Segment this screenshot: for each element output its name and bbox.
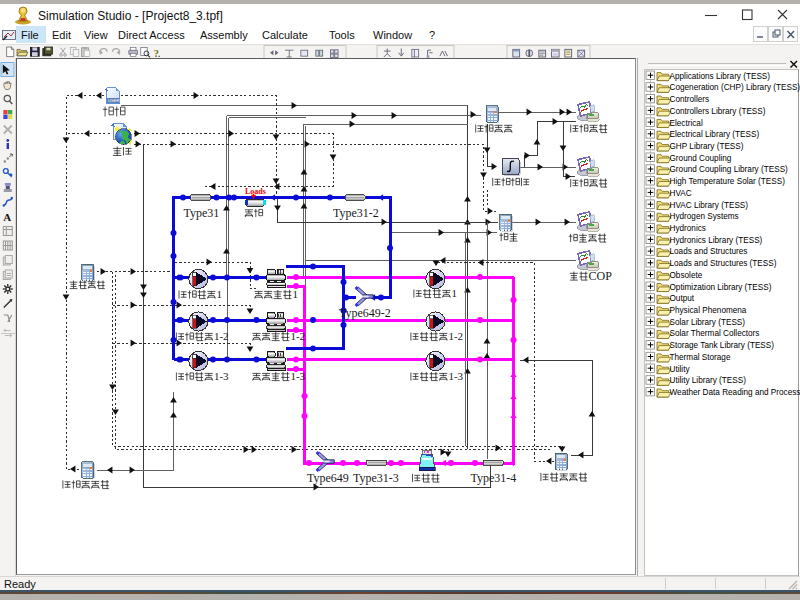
svg-text:COP: COP	[589, 269, 613, 283]
svg-text:GHP Library (TESS): GHP Library (TESS)	[670, 142, 744, 151]
svg-text:Output: Output	[670, 294, 695, 303]
svg-text:Type31-3: Type31-3	[353, 471, 399, 485]
svg-text:Electrical Library (TESS): Electrical Library (TESS)	[670, 130, 760, 139]
svg-text:Type31-2: Type31-2	[333, 206, 379, 220]
svg-text:Controllers Library (TESS): Controllers Library (TESS)	[670, 107, 766, 116]
svg-text:HVAC Library (TESS): HVAC Library (TESS)	[670, 201, 749, 210]
svg-text:Loads: Loads	[245, 187, 266, 196]
svg-text:Physical Phenomena: Physical Phenomena	[670, 306, 747, 315]
svg-text:Type31-4: Type31-4	[471, 471, 517, 485]
svg-text:1-3: 1-3	[448, 370, 463, 382]
svg-text:USER: USER	[108, 98, 120, 103]
svg-text:Controllers: Controllers	[670, 95, 710, 104]
svg-text:Hydronics: Hydronics	[670, 224, 706, 233]
svg-text:Ground Coupling: Ground Coupling	[670, 154, 732, 163]
svg-text:1: 1	[452, 287, 458, 299]
svg-text:Optimization Library (TESS): Optimization Library (TESS)	[670, 283, 772, 292]
svg-text:HVAC: HVAC	[670, 189, 692, 198]
svg-text:Storage Tank Library (TESS): Storage Tank Library (TESS)	[670, 341, 775, 350]
svg-text:Loads and Structures (TESS): Loads and Structures (TESS)	[670, 259, 777, 268]
svg-text:Type649-2: Type649-2	[339, 306, 391, 320]
svg-text:1: 1	[216, 288, 222, 300]
svg-text:Obsolete: Obsolete	[670, 271, 703, 280]
svg-text:Applications Library (TESS): Applications Library (TESS)	[670, 72, 771, 81]
svg-text:1: 1	[293, 288, 299, 300]
svg-text:Thermal Storage: Thermal Storage	[670, 353, 731, 362]
svg-text:1-2: 1-2	[214, 330, 229, 342]
svg-text:Electrical: Electrical	[670, 119, 703, 128]
svg-text:Utility: Utility	[670, 365, 691, 374]
svg-text:Hydronics Library (TESS): Hydronics Library (TESS)	[670, 236, 763, 245]
svg-text:Type31: Type31	[184, 206, 220, 220]
svg-text:1-2: 1-2	[290, 330, 305, 342]
svg-text:Solar Library (TESS): Solar Library (TESS)	[670, 318, 746, 327]
svg-text:Solar Thermal Collectors: Solar Thermal Collectors	[670, 329, 760, 338]
svg-text:Ground Coupling Library (TESS): Ground Coupling Library (TESS)	[670, 165, 789, 174]
svg-text:Weather Data Reading and Proce: Weather Data Reading and Process	[670, 388, 800, 397]
svg-text:Hydrogen Systems: Hydrogen Systems	[670, 212, 739, 221]
svg-text:1-3: 1-3	[290, 370, 305, 382]
svg-text:1-2: 1-2	[448, 330, 463, 342]
svg-text:1-3: 1-3	[214, 370, 229, 382]
svg-text:High Temperature Solar (TESS): High Temperature Solar (TESS)	[670, 177, 786, 186]
svg-text:Utility Library (TESS): Utility Library (TESS)	[670, 376, 747, 385]
svg-text:Type649: Type649	[307, 471, 349, 485]
svg-text:Cogeneration (CHP) Library (TE: Cogeneration (CHP) Library (TESS)	[670, 83, 800, 92]
svg-text:A: A	[3, 211, 11, 223]
svg-text:Loads and Structures: Loads and Structures	[670, 247, 748, 256]
